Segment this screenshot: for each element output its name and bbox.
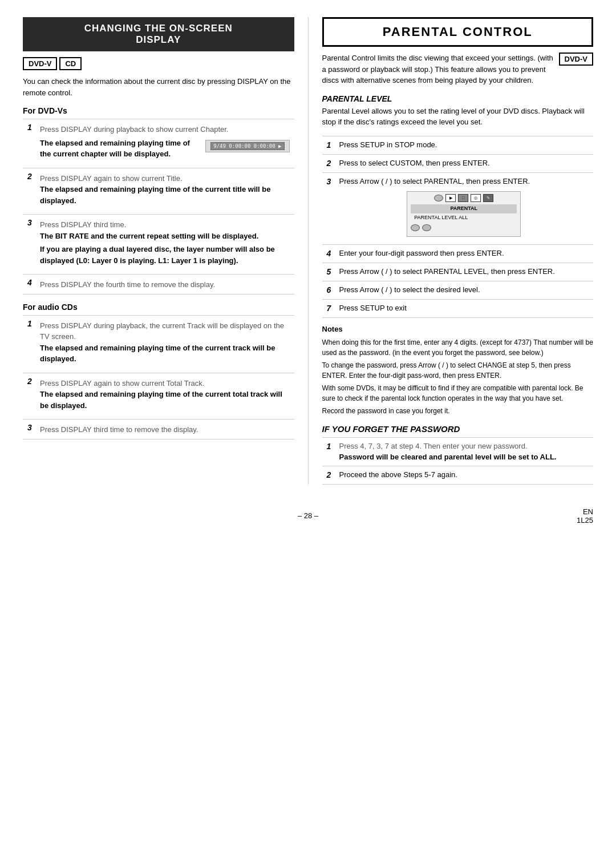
menu-label-parental: PARENTAL bbox=[411, 204, 517, 213]
notes-title: Notes bbox=[322, 325, 343, 333]
dvd-step-2: 2 Press DISPLAY again to show current Ti… bbox=[23, 168, 294, 210]
dvd-step-1: 1 Press DISPLAY during playback to show … bbox=[23, 119, 294, 163]
dvd-step3-bold1: The BIT RATE and the current repeat sett… bbox=[40, 231, 290, 242]
right-step5-text: Press Arrow ( / ) to select PARENTAL LEV… bbox=[339, 266, 589, 278]
dvd-menu-diagram: ▶ □ ◎ ✎ PARENTAL PARENTAL LEVEL ALL bbox=[407, 191, 521, 237]
audio-cd-section: For audio CDs 1 Press DISPLAY during pla… bbox=[23, 302, 294, 439]
right-step7-text: Press SETUP to exit bbox=[339, 302, 589, 314]
forget-step1-gray: Press 4, 7, 3, 7 at step 4. Then enter y… bbox=[339, 441, 589, 452]
right-step-2: 2 Press to select CUSTOM, then press ENT… bbox=[322, 154, 594, 172]
if-forget-section: IF YOU FORGET THE PASSWORD 1 Press 4, 7,… bbox=[322, 424, 594, 485]
cd-step2-bold: The elapsed and remaining playing time o… bbox=[40, 389, 290, 411]
left-section-header: CHANGING THE ON-SCREEN DISPLAY bbox=[23, 17, 294, 51]
menu-row: PARENTAL LEVEL ALL bbox=[411, 213, 517, 223]
ctrl-btn-2 bbox=[411, 224, 420, 231]
parental-level-section: PARENTAL LEVEL Parental Level allows you… bbox=[322, 94, 594, 318]
right-section-header: PARENTAL CONTROL bbox=[322, 17, 594, 47]
dvd-step2-bold: The elapsed and remaining playing time o… bbox=[40, 184, 290, 206]
right-step-4: 4 Enter your four-digit password then pr… bbox=[322, 244, 594, 263]
left-section: CHANGING THE ON-SCREEN DISPLAY DVD-V CD … bbox=[23, 17, 309, 485]
cd-step-1: 1 Press DISPLAY during playback, the cur… bbox=[23, 315, 294, 368]
dvd-step-4: 4 Press DISPLAY the fourth time to remov… bbox=[23, 274, 294, 295]
forget-step1-bold: Password will be cleared and parental le… bbox=[339, 451, 589, 463]
footer-lang: EN bbox=[548, 507, 593, 516]
ctrl-btn-3 bbox=[422, 224, 431, 231]
ctrl-btn-1 bbox=[434, 195, 443, 201]
left-header-line1: CHANGING THE ON-SCREEN bbox=[27, 23, 290, 34]
parental-level-title: PARENTAL LEVEL bbox=[322, 94, 594, 103]
right-step3-container: Press Arrow ( / ) to select PARENTAL, th… bbox=[339, 176, 589, 242]
osd-display: 9/49 0:00:00 0:00:00 ▶ bbox=[205, 140, 289, 152]
cd-step-2: 2 Press DISPLAY again to show current To… bbox=[23, 373, 294, 415]
notes-para4: Record the password in case you forget i… bbox=[322, 406, 594, 416]
left-intro: You can check the information about the … bbox=[23, 76, 294, 98]
forget-step-1: 1 Press 4, 7, 3, 7 at step 4. Then enter… bbox=[322, 437, 594, 466]
dvd-step2-gray: Press DISPLAY again to show current Titl… bbox=[40, 173, 290, 184]
cd-step1-gray: Press DISPLAY during playback, the curre… bbox=[40, 320, 290, 342]
right-step6-text: Press Arrow ( / ) to select the desired … bbox=[339, 284, 589, 296]
forget-step-2: 2 Proceed the above Steps 5-7 again. bbox=[322, 466, 594, 485]
dvd-vs-title: For DVD-Vs bbox=[23, 106, 294, 115]
right-step-1: 1 Press SETUP in STOP mode. bbox=[322, 136, 594, 154]
dvd-menu-controls bbox=[407, 223, 520, 232]
notes-section: Notes When doing this for the first time… bbox=[322, 324, 594, 416]
right-step-7: 7 Press SETUP to exit bbox=[322, 299, 594, 318]
footer-model: 1L25 bbox=[548, 516, 593, 525]
forget-step1-container: Press 4, 7, 3, 7 at step 4. Then enter y… bbox=[339, 441, 589, 463]
cd-step-3: 3 Press DISPLAY third time to remove the… bbox=[23, 419, 294, 439]
right-step-3: 3 Press Arrow ( / ) to select PARENTAL, … bbox=[322, 172, 594, 245]
right-step2-text: Press to select CUSTOM, then press ENTER… bbox=[339, 158, 589, 170]
cd-step2-gray: Press DISPLAY again to show current Tota… bbox=[40, 378, 290, 389]
dvd-step3-bold2: If you are playing a dual layered disc, … bbox=[40, 244, 290, 266]
dvd-step1-bold: The elapsed and remaining playing time o… bbox=[40, 138, 200, 160]
right-step1-text: Press SETUP in STOP mode. bbox=[339, 139, 589, 151]
notes-para1: When doing this for the first time, ente… bbox=[322, 337, 594, 358]
cd-badge: CD bbox=[59, 57, 82, 70]
left-header-line2: DISPLAY bbox=[27, 34, 290, 46]
dvd-vs-section: For DVD-Vs 1 Press DISPLAY during playba… bbox=[23, 106, 294, 295]
dvd-step1-gray: Press DISPLAY during playback to show cu… bbox=[40, 124, 290, 135]
audio-cd-title: For audio CDs bbox=[23, 302, 294, 312]
if-forget-header: IF YOU FORGET THE PASSWORD bbox=[322, 424, 594, 434]
menu-icon-3: ◎ bbox=[471, 194, 481, 202]
cd-step3-gray: Press DISPLAY third time to remove the d… bbox=[40, 424, 290, 435]
left-badge-container: DVD-V CD bbox=[23, 57, 294, 70]
right-step-5: 5 Press Arrow ( / ) to select PARENTAL L… bbox=[322, 263, 594, 281]
footer-page-num: – 28 – bbox=[68, 511, 548, 520]
dvd-step4-gray: Press DISPLAY the fourth time to remove … bbox=[40, 279, 290, 291]
right-section: PARENTAL CONTROL DVD-V Parental Control … bbox=[309, 17, 594, 485]
forget-step2-text: Proceed the above Steps 5-7 again. bbox=[339, 469, 589, 481]
cd-step1-bold: The elapsed and remaining playing time o… bbox=[40, 342, 290, 365]
right-step4-text: Enter your four-digit password then pres… bbox=[339, 248, 589, 260]
footer-right: EN 1L25 bbox=[548, 507, 593, 525]
page-footer: – 28 – EN 1L25 bbox=[23, 502, 593, 525]
menu-icon-1: ▶ bbox=[445, 194, 456, 202]
notes-para3: With some DVDs, it may be difficult to f… bbox=[322, 383, 594, 404]
right-step-6: 6 Press Arrow ( / ) to select the desire… bbox=[322, 281, 594, 299]
parental-level-intro: Parental Level allows you to set the rat… bbox=[322, 106, 594, 128]
dvd-menu-top: ▶ □ ◎ ✎ bbox=[407, 192, 520, 203]
dvd-step3-gray: Press DISPLAY third time. bbox=[40, 219, 290, 231]
right-dvd-badge: DVD-V bbox=[559, 53, 593, 66]
menu-icon-4: ✎ bbox=[483, 194, 493, 202]
dvd-step-3: 3 Press DISPLAY third time. The BIT RATE… bbox=[23, 214, 294, 269]
dvd-v-badge: DVD-V bbox=[23, 57, 57, 70]
osd-inner: 9/49 0:00:00 0:00:00 ▶ bbox=[210, 142, 284, 150]
right-intro: Parental Control limits the disc viewing… bbox=[322, 53, 594, 86]
menu-icon-2: □ bbox=[458, 194, 468, 202]
notes-para2: To change the password, press Arrow ( / … bbox=[322, 360, 594, 381]
right-step3-text: Press Arrow ( / ) to select PARENTAL, th… bbox=[339, 176, 589, 187]
